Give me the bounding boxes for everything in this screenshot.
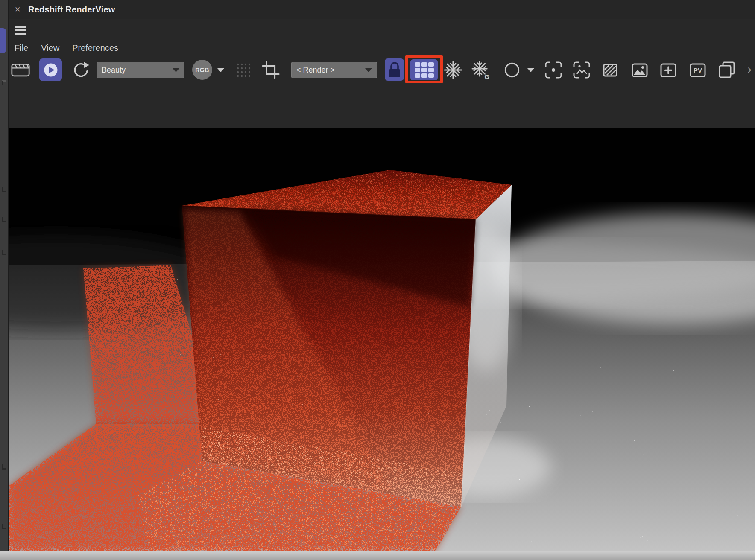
menu-view[interactable]: View <box>41 43 59 53</box>
snowflake-g-icon: G <box>471 60 490 80</box>
picture-viewer-icon: PV <box>688 61 707 79</box>
play-icon <box>40 59 62 81</box>
start-render-button[interactable] <box>39 58 62 81</box>
rgb-channel-button[interactable]: RGB <box>192 60 212 80</box>
render-viewport[interactable] <box>9 128 755 551</box>
image-region-button[interactable] <box>572 61 591 79</box>
image-icon <box>630 61 649 79</box>
crop-region-button[interactable] <box>261 61 280 79</box>
grid-icon <box>410 59 438 80</box>
image-plus-icon <box>659 61 678 79</box>
dot-grid-icon <box>234 61 253 79</box>
panel-corner-mark <box>2 464 6 470</box>
close-icon[interactable]: ✕ <box>12 5 23 14</box>
focus-icon <box>544 61 563 79</box>
send-to-picture-viewer-button[interactable]: PV <box>688 61 707 79</box>
show-image-button[interactable] <box>630 61 649 79</box>
hatched-square-icon <box>601 61 620 79</box>
focus-region-button[interactable] <box>544 61 563 79</box>
panel-corner-mark <box>2 80 6 85</box>
add-image-button[interactable] <box>659 61 678 79</box>
lock-icon <box>385 59 404 80</box>
snowflake-g-label: G <box>485 73 489 80</box>
grid-overlay-button[interactable] <box>410 59 438 80</box>
clapperboard-icon <box>11 62 30 78</box>
render-animation-button[interactable] <box>11 61 30 79</box>
panel-corner-mark <box>2 524 6 529</box>
panel-corner-mark <box>2 187 6 192</box>
chevron-down-icon <box>365 68 372 72</box>
redshift-renderview-window: ✕ Redshift RenderView File View Preferen… <box>0 0 755 560</box>
snowflake-icon <box>444 61 462 79</box>
panel-corner-mark <box>2 250 6 255</box>
refresh-icon <box>72 61 90 79</box>
copy-pages-icon <box>717 61 736 79</box>
toolbar-overflow-chevron[interactable]: › <box>747 63 755 77</box>
chevron-down-icon[interactable] <box>217 68 224 72</box>
render-pass-value: Beauty <box>102 66 126 75</box>
partial-highlighted-icon <box>0 28 6 53</box>
rgb-label: RGB <box>195 67 209 73</box>
chevron-down-icon[interactable] <box>527 68 534 72</box>
hamburger-menu-icon[interactable] <box>15 26 26 35</box>
camera-dropdown-value: < Render > <box>296 66 335 75</box>
red-glass-cube <box>182 170 516 507</box>
copy-button[interactable] <box>717 61 736 79</box>
chevron-down-icon <box>173 68 179 72</box>
restart-render-button[interactable] <box>71 61 90 79</box>
bottom-status-strip <box>0 551 755 560</box>
pv-label: PV <box>694 67 702 74</box>
hatch-region-button[interactable] <box>601 61 620 79</box>
circle-icon <box>503 61 521 79</box>
menubar: File View Preferences <box>15 41 118 54</box>
snapshot-g-button[interactable]: G <box>471 61 490 79</box>
rendered-image <box>9 128 755 551</box>
render-pass-dropdown[interactable]: Beauty <box>97 62 184 78</box>
crop-icon <box>261 60 280 80</box>
lock-view-button[interactable] <box>385 58 404 81</box>
camera-dropdown[interactable]: < Render > <box>291 62 377 78</box>
titlebar: ✕ Redshift RenderView <box>9 0 755 19</box>
snapshot-button[interactable] <box>444 61 462 79</box>
menu-preferences[interactable]: Preferences <box>72 43 118 53</box>
image-brackets-icon <box>572 61 591 79</box>
background-panel-strip <box>0 0 9 551</box>
window-title: Redshift RenderView <box>28 5 115 15</box>
panel-corner-mark <box>2 217 6 222</box>
dotted-grid-button[interactable] <box>234 61 253 79</box>
circle-overlay-button[interactable] <box>503 61 521 79</box>
menu-file[interactable]: File <box>15 43 28 53</box>
